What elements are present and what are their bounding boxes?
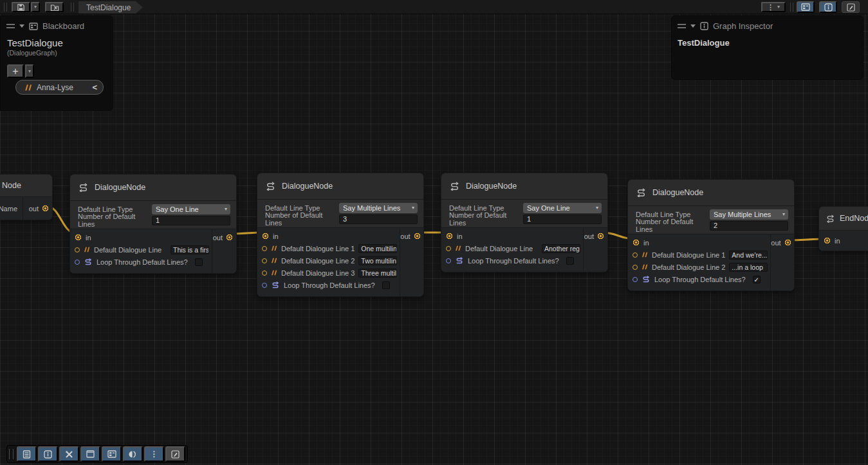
line-port-icon[interactable] — [262, 246, 267, 251]
dialogue-node-2[interactable]: DialogueNode Default Line Type Say Multi… — [257, 173, 424, 297]
loop-port-icon[interactable] — [75, 260, 80, 265]
loop-port-row[interactable]: Loop Through Default Lines? — [70, 256, 212, 268]
line-port-icon[interactable] — [633, 252, 638, 258]
in-port-icon[interactable] — [262, 232, 269, 240]
loop-checkbox[interactable] — [195, 258, 203, 266]
dialogue-line-port-row[interactable]: Default Dialogue Line 2 ...in a loop — [628, 261, 770, 273]
line-port-icon[interactable] — [446, 246, 451, 251]
in-port-row[interactable]: in — [441, 230, 583, 242]
blackboard-field-anna-lyse[interactable]: Anna-Lyse < — [15, 80, 104, 95]
node-title-bar[interactable]: DialogueNode — [441, 173, 607, 199]
node-title-bar[interactable]: DialogueNode — [70, 175, 236, 200]
loop-port-row[interactable]: Loop Through Default Lines? — [441, 254, 583, 267]
dialogue-line-port-row[interactable]: Default Dialogue Line Another regu — [441, 242, 583, 254]
line-port-icon[interactable] — [75, 247, 80, 252]
in-port-icon[interactable] — [446, 232, 453, 240]
out-port-icon[interactable] — [414, 232, 421, 240]
in-port-icon[interactable] — [824, 237, 831, 244]
line-type-dropdown[interactable]: Say One Line ▾ — [523, 203, 602, 213]
toggle-blackboard-button[interactable] — [797, 1, 815, 13]
out-port-row[interactable]: out — [23, 202, 52, 214]
window-button[interactable] — [80, 446, 100, 462]
loop-port-icon[interactable] — [262, 283, 267, 288]
out-port-row[interactable]: out — [212, 231, 236, 243]
in-port-row[interactable]: in — [819, 234, 868, 247]
toggle-inspector-button[interactable] — [819, 1, 837, 13]
minimap-button[interactable] — [165, 446, 185, 462]
graph-asset-tab[interactable]: TestDialogue — [78, 1, 143, 14]
collapse-chevron-icon[interactable]: < — [92, 82, 97, 92]
num-lines-field[interactable]: 1 — [152, 216, 230, 225]
dialogue-line-port-row[interactable]: Default Dialogue Line 1 One multiline — [257, 242, 400, 254]
graph-inspector-header[interactable]: Graph Inspector — [672, 16, 863, 33]
node-title-bar[interactable]: DialogueNode — [257, 173, 423, 199]
drag-handle-icon[interactable] — [6, 24, 15, 28]
dialogue-node-3[interactable]: DialogueNode Default Line Type Say One L… — [441, 173, 608, 272]
dialogue-line-field[interactable]: And we're... — [729, 251, 768, 260]
inspector-button[interactable] — [38, 446, 58, 462]
loop-checkbox[interactable] — [566, 257, 574, 265]
end-node[interactable]: EndNode in — [818, 206, 868, 251]
toggle-minimap-button[interactable] — [842, 1, 860, 13]
dialogue-line-field[interactable]: ...in a loop — [729, 263, 768, 272]
in-port-icon[interactable] — [633, 239, 640, 246]
contrast-button[interactable] — [123, 446, 143, 462]
collapse-triangle-icon[interactable] — [690, 24, 696, 28]
dialogue-line-port-row[interactable]: Default Dialogue Line 3 Three multilin — [257, 267, 400, 279]
tools-button[interactable] — [59, 446, 79, 462]
in-port-icon[interactable] — [75, 234, 82, 241]
dialogue-line-field[interactable]: This is a first — [171, 245, 209, 254]
collapse-triangle-icon[interactable] — [19, 24, 24, 28]
more-button[interactable]: ⋮ — [144, 446, 164, 462]
dialogue-line-field[interactable]: Another regu — [542, 244, 580, 253]
node-title-bar[interactable]: DialogueNode — [628, 180, 794, 205]
loop-checkbox[interactable] — [382, 281, 390, 289]
node-title-bar[interactable]: Node — [0, 175, 52, 196]
out-port-row[interactable]: out — [584, 230, 607, 242]
blackboard-header[interactable]: Blackboard — [1, 16, 113, 33]
dialogue-line-port-row[interactable]: Default Dialogue Line 1 And we're... — [628, 249, 770, 261]
loop-port-row[interactable]: Loop Through Default Lines? — [257, 279, 400, 291]
options-menu-button[interactable]: ⋮ ▾ — [761, 2, 786, 12]
loop-checkbox[interactable]: ✓ — [753, 276, 761, 283]
dialogue-line-field[interactable]: Two multiline — [358, 256, 397, 265]
out-port-icon[interactable] — [597, 232, 604, 240]
out-port-icon[interactable] — [226, 234, 233, 241]
dialogue-line-field[interactable]: Three multilin — [358, 269, 397, 278]
dialogue-line-port-row[interactable]: Default Dialogue Line 2 Two multiline — [257, 254, 400, 267]
open-asset-button[interactable] — [45, 2, 64, 12]
num-lines-field[interactable]: 2 — [710, 221, 788, 231]
out-port-icon[interactable] — [784, 239, 791, 246]
line-port-icon[interactable] — [262, 270, 267, 276]
in-port-row[interactable]: in — [70, 231, 212, 243]
toolbar-drag-handle[interactable] — [9, 449, 14, 459]
out-port-row[interactable]: out — [771, 236, 794, 249]
dialogue-line-field[interactable]: One multiline — [358, 244, 397, 253]
line-type-dropdown[interactable]: Say One Line ▾ — [152, 204, 230, 214]
console-button[interactable] — [17, 446, 37, 462]
add-property-dropdown[interactable]: ▾ — [25, 64, 34, 78]
dialogue-node-4[interactable]: DialogueNode Default Line Type Say Multi… — [627, 179, 795, 291]
out-port-row[interactable]: out — [400, 230, 423, 242]
loop-port-icon[interactable] — [446, 258, 451, 263]
loop-port-row[interactable]: Loop Through Default Lines? ✓ — [628, 273, 770, 285]
graph-inspector-panel[interactable]: Graph Inspector TestDialogue — [671, 15, 863, 80]
num-lines-field[interactable]: 3 — [339, 214, 418, 224]
save-options-dropdown[interactable]: ▾ — [31, 2, 40, 12]
dialogue-line-port-row[interactable]: Default Dialogue Line This is a first — [70, 243, 212, 256]
partial-node[interactable]: Node kerName out — [0, 174, 53, 220]
save-button[interactable] — [12, 2, 30, 12]
node-title-bar[interactable]: EndNode — [819, 207, 868, 230]
dialogue-node-1[interactable]: DialogueNode Default Line Type Say One L… — [69, 174, 237, 274]
loop-port-icon[interactable] — [633, 277, 638, 282]
line-type-dropdown[interactable]: Say Multiple Lines ▾ — [339, 203, 418, 213]
in-port-row[interactable]: in — [628, 236, 770, 249]
in-port-row[interactable]: in — [257, 230, 400, 242]
num-lines-field[interactable]: 1 — [523, 214, 602, 224]
blackboard-button[interactable] — [102, 446, 122, 462]
add-property-button[interactable]: + — [7, 64, 24, 78]
blackboard-panel[interactable]: Blackboard TestDialogue (DialogueGraph) … — [0, 15, 113, 111]
drag-handle-icon[interactable] — [678, 24, 686, 28]
line-type-dropdown[interactable]: Say Multiple Lines ▾ — [710, 209, 788, 220]
out-port-icon[interactable] — [42, 205, 49, 212]
